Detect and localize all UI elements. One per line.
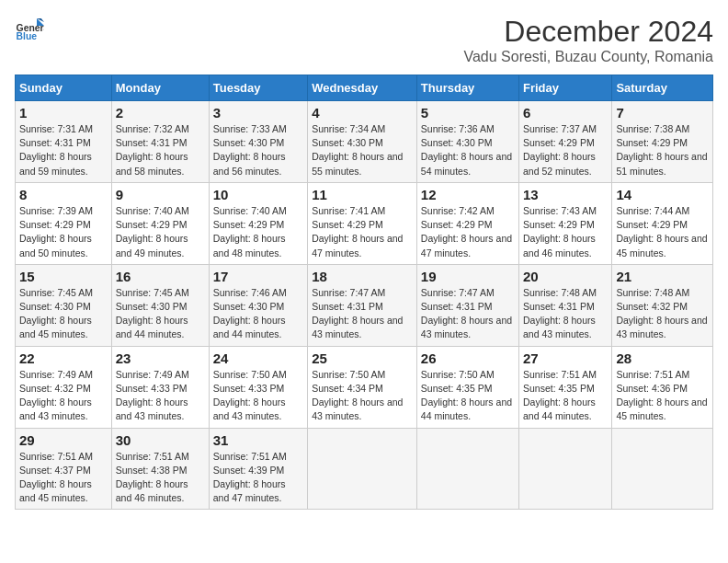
day-number: 14 (616, 187, 709, 202)
calendar-table: SundayMondayTuesdayWednesdayThursdayFrid… (15, 75, 713, 510)
week-row-1: 1 Sunrise: 7:31 AMSunset: 4:31 PMDayligh… (16, 101, 713, 183)
col-header-wednesday: Wednesday (308, 75, 417, 101)
svg-text:Blue: Blue (17, 31, 38, 41)
day-number: 9 (116, 187, 205, 202)
day-info: Sunrise: 7:51 AMSunset: 4:38 PMDaylight:… (116, 451, 189, 504)
subtitle: Vadu Soresti, Buzau County, Romania (463, 49, 713, 65)
calendar-cell: 18 Sunrise: 7:47 AMSunset: 4:31 PMDaylig… (308, 264, 417, 346)
day-info: Sunrise: 7:48 AMSunset: 4:32 PMDaylight:… (616, 287, 707, 340)
day-number: 31 (213, 432, 303, 448)
day-info: Sunrise: 7:38 AMSunset: 4:29 PMDaylight:… (616, 123, 707, 177)
day-info: Sunrise: 7:40 AMSunset: 4:29 PMDaylight:… (213, 205, 287, 259)
day-number: 7 (616, 105, 709, 121)
day-info: Sunrise: 7:39 AMSunset: 4:29 PMDaylight:… (19, 205, 93, 259)
day-number: 24 (213, 350, 303, 366)
day-number: 15 (19, 269, 108, 284)
day-number: 23 (116, 350, 205, 366)
day-number: 2 (116, 105, 205, 121)
calendar-cell: 26 Sunrise: 7:50 AMSunset: 4:35 PMDaylig… (416, 346, 518, 428)
day-number: 13 (523, 187, 608, 202)
calendar-cell: 24 Sunrise: 7:50 AMSunset: 4:33 PMDaylig… (209, 346, 307, 428)
day-number: 10 (213, 187, 303, 202)
calendar-cell: 20 Sunrise: 7:48 AMSunset: 4:31 PMDaylig… (519, 264, 612, 346)
day-info: Sunrise: 7:40 AMSunset: 4:29 PMDaylight:… (116, 205, 189, 259)
day-info: Sunrise: 7:49 AMSunset: 4:33 PMDaylight:… (116, 369, 189, 422)
calendar-cell (519, 428, 612, 510)
day-info: Sunrise: 7:44 AMSunset: 4:29 PMDaylight:… (616, 205, 707, 259)
day-info: Sunrise: 7:48 AMSunset: 4:31 PMDaylight:… (523, 287, 597, 340)
day-number: 1 (19, 105, 108, 121)
day-info: Sunrise: 7:47 AMSunset: 4:31 PMDaylight:… (312, 287, 403, 340)
day-number: 8 (19, 187, 108, 202)
calendar-cell: 17 Sunrise: 7:46 AMSunset: 4:30 PMDaylig… (209, 264, 307, 346)
day-info: Sunrise: 7:45 AMSunset: 4:30 PMDaylight:… (19, 287, 93, 340)
day-info: Sunrise: 7:50 AMSunset: 4:33 PMDaylight:… (213, 369, 287, 422)
calendar-cell: 5 Sunrise: 7:36 AMSunset: 4:30 PMDayligh… (416, 101, 518, 183)
week-row-4: 22 Sunrise: 7:49 AMSunset: 4:32 PMDaylig… (16, 346, 713, 428)
day-info: Sunrise: 7:46 AMSunset: 4:30 PMDaylight:… (213, 287, 287, 340)
header: General Blue December 2024 Vadu Soresti,… (15, 15, 713, 65)
calendar-cell: 30 Sunrise: 7:51 AMSunset: 4:38 PMDaylig… (111, 428, 209, 510)
calendar-cell: 10 Sunrise: 7:40 AMSunset: 4:29 PMDaylig… (209, 182, 307, 264)
day-info: Sunrise: 7:51 AMSunset: 4:36 PMDaylight:… (616, 369, 707, 422)
week-row-2: 8 Sunrise: 7:39 AMSunset: 4:29 PMDayligh… (16, 182, 713, 264)
main-title: December 2024 (463, 15, 713, 49)
col-header-monday: Monday (111, 75, 209, 101)
day-info: Sunrise: 7:51 AMSunset: 4:39 PMDaylight:… (213, 451, 287, 504)
day-number: 28 (616, 350, 709, 366)
calendar-cell (308, 428, 417, 510)
day-info: Sunrise: 7:50 AMSunset: 4:34 PMDaylight:… (312, 369, 403, 422)
day-number: 11 (312, 187, 413, 202)
title-area: December 2024 Vadu Soresti, Buzau County… (463, 15, 713, 65)
calendar-cell: 11 Sunrise: 7:41 AMSunset: 4:29 PMDaylig… (308, 182, 417, 264)
day-info: Sunrise: 7:47 AMSunset: 4:31 PMDaylight:… (421, 287, 512, 340)
col-header-saturday: Saturday (612, 75, 713, 101)
day-info: Sunrise: 7:50 AMSunset: 4:35 PMDaylight:… (421, 369, 512, 422)
calendar-cell: 16 Sunrise: 7:45 AMSunset: 4:30 PMDaylig… (111, 264, 209, 346)
day-info: Sunrise: 7:37 AMSunset: 4:29 PMDaylight:… (523, 123, 597, 177)
calendar-cell: 23 Sunrise: 7:49 AMSunset: 4:33 PMDaylig… (111, 346, 209, 428)
logo-icon: General Blue (15, 15, 44, 44)
day-number: 18 (312, 269, 413, 284)
day-info: Sunrise: 7:43 AMSunset: 4:29 PMDaylight:… (523, 205, 597, 259)
day-number: 4 (312, 105, 413, 121)
day-number: 22 (19, 350, 108, 366)
calendar-cell: 1 Sunrise: 7:31 AMSunset: 4:31 PMDayligh… (16, 101, 112, 183)
day-number: 19 (421, 269, 515, 284)
day-info: Sunrise: 7:31 AMSunset: 4:31 PMDaylight:… (19, 123, 93, 177)
calendar-cell: 14 Sunrise: 7:44 AMSunset: 4:29 PMDaylig… (612, 182, 713, 264)
calendar-cell: 31 Sunrise: 7:51 AMSunset: 4:39 PMDaylig… (209, 428, 307, 510)
calendar-cell: 7 Sunrise: 7:38 AMSunset: 4:29 PMDayligh… (612, 101, 713, 183)
calendar-cell: 2 Sunrise: 7:32 AMSunset: 4:31 PMDayligh… (111, 101, 209, 183)
week-row-3: 15 Sunrise: 7:45 AMSunset: 4:30 PMDaylig… (16, 264, 713, 346)
day-info: Sunrise: 7:36 AMSunset: 4:30 PMDaylight:… (421, 123, 512, 177)
calendar-cell: 3 Sunrise: 7:33 AMSunset: 4:30 PMDayligh… (209, 101, 307, 183)
header-row: SundayMondayTuesdayWednesdayThursdayFrid… (16, 75, 713, 101)
day-number: 26 (421, 350, 515, 366)
logo: General Blue (15, 15, 44, 44)
calendar-cell: 29 Sunrise: 7:51 AMSunset: 4:37 PMDaylig… (16, 428, 112, 510)
day-info: Sunrise: 7:32 AMSunset: 4:31 PMDaylight:… (116, 123, 189, 177)
col-header-sunday: Sunday (16, 75, 112, 101)
calendar-cell: 21 Sunrise: 7:48 AMSunset: 4:32 PMDaylig… (612, 264, 713, 346)
day-number: 21 (616, 269, 709, 284)
day-info: Sunrise: 7:45 AMSunset: 4:30 PMDaylight:… (116, 287, 189, 340)
calendar-cell (612, 428, 713, 510)
calendar-cell: 4 Sunrise: 7:34 AMSunset: 4:30 PMDayligh… (308, 101, 417, 183)
day-number: 29 (19, 432, 108, 448)
calendar-cell: 6 Sunrise: 7:37 AMSunset: 4:29 PMDayligh… (519, 101, 612, 183)
col-header-thursday: Thursday (416, 75, 518, 101)
day-info: Sunrise: 7:51 AMSunset: 4:37 PMDaylight:… (19, 451, 93, 504)
day-number: 5 (421, 105, 515, 121)
calendar-cell: 9 Sunrise: 7:40 AMSunset: 4:29 PMDayligh… (111, 182, 209, 264)
day-info: Sunrise: 7:49 AMSunset: 4:32 PMDaylight:… (19, 369, 93, 422)
calendar-cell: 28 Sunrise: 7:51 AMSunset: 4:36 PMDaylig… (612, 346, 713, 428)
col-header-friday: Friday (519, 75, 612, 101)
calendar-cell: 25 Sunrise: 7:50 AMSunset: 4:34 PMDaylig… (308, 346, 417, 428)
calendar-cell: 13 Sunrise: 7:43 AMSunset: 4:29 PMDaylig… (519, 182, 612, 264)
day-info: Sunrise: 7:42 AMSunset: 4:29 PMDaylight:… (421, 205, 512, 259)
calendar-cell (416, 428, 518, 510)
day-info: Sunrise: 7:33 AMSunset: 4:30 PMDaylight:… (213, 123, 287, 177)
calendar-cell: 15 Sunrise: 7:45 AMSunset: 4:30 PMDaylig… (16, 264, 112, 346)
day-number: 25 (312, 350, 413, 366)
